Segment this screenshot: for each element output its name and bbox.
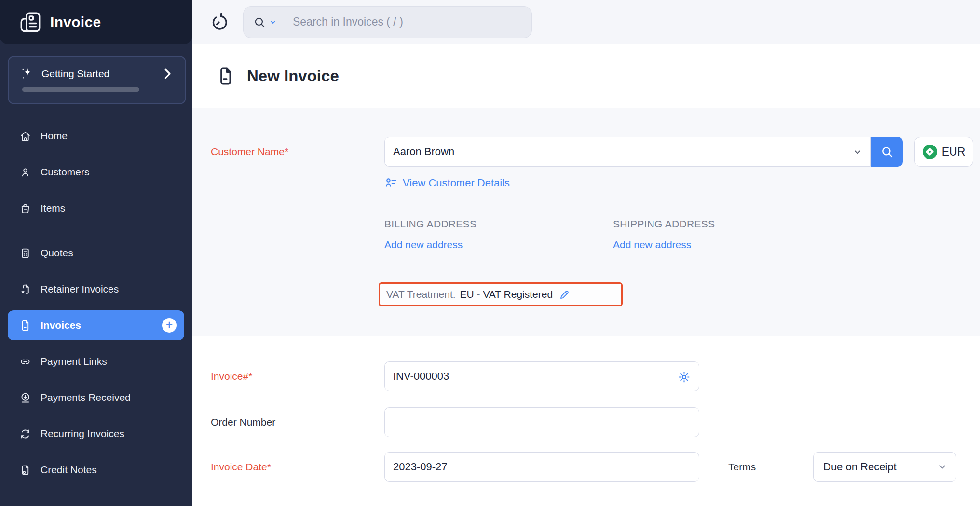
customer-name-input[interactable] [385,137,870,166]
currency-code: EUR [942,146,966,159]
shipping-address-heading: SHIPPING ADDRESS [613,218,715,230]
shipping-address-block: SHIPPING ADDRESS Add new address [613,218,715,251]
pencil-icon[interactable] [559,289,570,300]
gear-icon[interactable] [678,371,691,384]
billing-add-new-address-link[interactable]: Add new address [384,239,463,251]
invoice-date-field [384,452,699,482]
app-window: Invoice Getting Started [0,0,980,506]
history-icon [209,13,229,32]
invoices-icon [19,320,31,332]
sidebar-item-label: Customers [41,166,90,178]
chevron-right-icon [160,67,175,81]
sidebar-item-label: Invoices [41,320,81,331]
vat-treatment-label: VAT Treatment: [386,289,456,300]
invoice-number-label: Invoice#* [211,361,252,391]
sidebar-item-recurring-invoices[interactable]: Recurring Invoices [8,419,184,449]
sidebar-nav: Home Customers Items Quot [0,121,192,491]
order-number-input[interactable] [385,408,699,437]
terms-select[interactable]: Due on Receipt [813,452,956,482]
customer-section: Customer Name* EUR View Customer Details [192,108,980,336]
payments-received-icon [19,392,31,404]
sidebar-item-label: Credit Notes [41,464,97,476]
invoice-details-section: Invoice#* Order Number Invoice Date* Ter… [192,336,980,506]
sidebar-item-customers[interactable]: Customers [8,157,184,187]
retainer-invoices-icon [19,283,31,295]
quotes-icon [19,247,31,259]
vat-treatment-box: VAT Treatment: EU - VAT Registered [379,282,623,306]
sidebar-item-label: Recurring Invoices [41,428,124,439]
order-number-label: Order Number [211,407,275,437]
terms-label: Terms [728,452,756,482]
customers-icon [19,166,31,178]
billing-address-block: BILLING ADDRESS Add new address [384,218,476,251]
chevron-down-icon [938,462,947,472]
currency-button[interactable]: EUR [914,137,973,167]
recent-history-button[interactable] [208,12,230,33]
sidebar-item-invoices[interactable]: Invoices + [8,310,184,340]
sidebar-item-label: Retainer Invoices [41,283,119,295]
app-title: Invoice [50,14,101,30]
recurring-invoices-icon [19,428,31,440]
getting-started-card[interactable]: Getting Started [8,56,186,104]
invoice-logo-icon [18,10,42,34]
customer-name-combobox[interactable] [384,137,871,167]
invoice-number-field [384,361,699,391]
sidebar-item-credit-notes[interactable]: Credit Notes [8,455,184,485]
view-customer-details-label: View Customer Details [403,177,510,189]
terms-value: Due on Receipt [823,461,897,473]
sidebar-item-label: Payments Received [41,392,131,403]
invoice-date-input[interactable] [385,453,699,481]
sidebar-item-retainer-invoices[interactable]: Retainer Invoices [8,274,184,304]
getting-started-label: Getting Started [41,68,153,80]
sidebar-item-label: Quotes [41,247,73,259]
global-search[interactable] [243,6,532,38]
page-header: New Invoice [192,44,980,108]
payment-links-icon [19,356,31,368]
home-icon [19,130,31,142]
shipping-add-new-address-link[interactable]: Add new address [613,239,691,251]
sparkle-icon [20,67,35,81]
sidebar-item-quotes[interactable]: Quotes [8,238,184,268]
customer-search-button[interactable] [871,137,903,167]
topbar [192,0,980,44]
contact-details-icon [384,176,397,189]
view-customer-details-link[interactable]: View Customer Details [384,176,510,189]
credit-notes-icon [19,464,31,476]
sidebar: Invoice Getting Started [0,0,192,506]
search-icon [880,145,894,159]
app-logo: Invoice [0,0,192,44]
sidebar-item-payment-links[interactable]: Payment Links [8,346,184,376]
sidebar-item-label: Home [41,130,68,142]
document-icon [216,67,235,86]
vat-treatment-value: EU - VAT Registered [460,289,553,300]
sidebar-item-label: Payment Links [41,356,107,367]
items-icon [19,202,31,214]
customer-name-label: Customer Name* [211,137,288,167]
search-scope-chevron-down-icon[interactable] [269,18,277,26]
new-invoice-plus-icon[interactable]: + [162,318,177,333]
order-number-field [384,407,699,437]
invoice-date-label: Invoice Date* [211,452,271,482]
getting-started-progress-fill [22,87,139,92]
sidebar-item-payments-received[interactable]: Payments Received [8,383,184,413]
invoice-number-input[interactable] [385,362,699,391]
billing-address-heading: BILLING ADDRESS [384,218,476,230]
search-input[interactable] [293,15,522,28]
sidebar-item-items[interactable]: Items [8,193,184,223]
page-title: New Invoice [247,67,339,85]
sidebar-item-label: Items [41,202,65,214]
search-icon [253,16,266,28]
sidebar-item-home[interactable]: Home [8,121,184,151]
search-divider [285,13,285,31]
getting-started-progress [22,87,173,92]
currency-eur-icon [923,145,937,159]
